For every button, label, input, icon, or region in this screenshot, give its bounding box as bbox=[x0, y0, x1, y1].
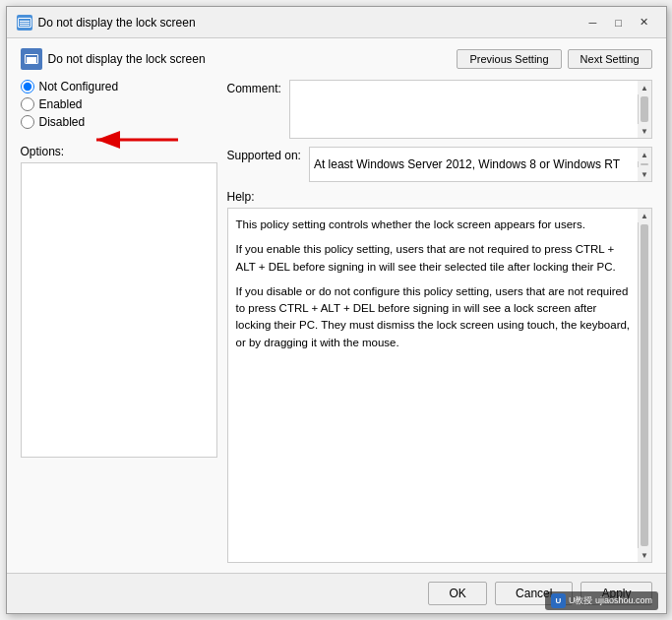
policy-icon-inner bbox=[25, 54, 38, 64]
help-scroll-down[interactable]: ▼ bbox=[638, 548, 651, 562]
supported-on-box: At least Windows Server 2012, Windows 8 … bbox=[309, 147, 652, 182]
content-area: Do not display the lock screen Previous … bbox=[7, 38, 666, 573]
comment-row: Comment: ▲ ▼ bbox=[227, 80, 652, 139]
help-box: This policy setting controls whether the… bbox=[227, 208, 652, 563]
title-bar-left: Do not display the lock screen bbox=[17, 15, 196, 31]
policy-icon bbox=[21, 48, 42, 70]
disabled-radio[interactable] bbox=[21, 115, 34, 129]
help-text-content: This policy setting controls whether the… bbox=[228, 209, 651, 367]
disabled-option[interactable]: Disabled bbox=[21, 115, 217, 129]
policy-title-label: Do not display the lock screen bbox=[48, 52, 206, 66]
window-icon bbox=[17, 15, 32, 31]
footer: OK Cancel Apply bbox=[7, 573, 666, 613]
apply-button[interactable]: Apply bbox=[580, 582, 651, 605]
help-thumb bbox=[641, 224, 648, 546]
options-box bbox=[21, 162, 217, 458]
supported-scroll-down[interactable]: ▼ bbox=[638, 167, 651, 181]
help-section: Help: This policy setting controls wheth… bbox=[227, 190, 652, 563]
help-paragraph-2: If you enable this policy setting, users… bbox=[236, 241, 632, 276]
not-configured-label: Not Configured bbox=[39, 80, 119, 93]
help-scrollbar[interactable]: ▲ ▼ bbox=[638, 209, 651, 562]
comment-scrollbar[interactable]: ▲ ▼ bbox=[638, 81, 651, 138]
title-controls: ─ □ ✕ bbox=[581, 13, 656, 32]
left-panel: Not Configured Enabled bbox=[21, 80, 217, 563]
scroll-up-arrow[interactable]: ▲ bbox=[638, 81, 651, 94]
supported-on-row: Supported on: At least Windows Server 20… bbox=[227, 147, 652, 182]
nav-buttons: Previous Setting Next Setting bbox=[457, 49, 651, 69]
comment-box[interactable]: ▲ ▼ bbox=[289, 80, 652, 139]
cancel-button[interactable]: Cancel bbox=[495, 582, 573, 605]
ok-button[interactable]: OK bbox=[428, 582, 487, 605]
next-setting-button[interactable]: Next Setting bbox=[568, 49, 652, 69]
help-paragraph-1: This policy setting controls whether the… bbox=[236, 217, 632, 233]
options-section: Options: bbox=[21, 141, 217, 458]
help-scroll-up[interactable]: ▲ bbox=[638, 209, 651, 222]
maximize-button[interactable]: □ bbox=[607, 13, 631, 32]
main-area: Not Configured Enabled bbox=[21, 80, 652, 563]
header-row: Do not display the lock screen Previous … bbox=[21, 48, 652, 70]
supported-thumb bbox=[641, 163, 648, 165]
not-configured-radio[interactable] bbox=[21, 80, 34, 93]
minimize-button[interactable]: ─ bbox=[581, 13, 605, 32]
previous-setting-button[interactable]: Previous Setting bbox=[457, 49, 561, 69]
disabled-label: Disabled bbox=[39, 115, 86, 129]
comment-label: Comment: bbox=[227, 80, 281, 139]
main-window: Do not display the lock screen ─ □ ✕ Do … bbox=[6, 6, 667, 614]
right-panel: Comment: ▲ ▼ Supported on: At least Wind… bbox=[227, 80, 652, 563]
enabled-option[interactable]: Enabled bbox=[21, 97, 217, 111]
close-button[interactable]: ✕ bbox=[633, 13, 656, 32]
help-paragraph-3: If you disable or do not configure this … bbox=[236, 283, 632, 351]
scroll-thumb bbox=[641, 96, 648, 122]
title-bar: Do not display the lock screen ─ □ ✕ bbox=[7, 7, 666, 38]
options-label: Options: bbox=[21, 145, 217, 158]
supported-on-label: Supported on: bbox=[227, 147, 301, 162]
supported-on-text: At least Windows Server 2012, Windows 8 … bbox=[314, 157, 620, 171]
policy-title-row: Do not display the lock screen bbox=[21, 48, 206, 70]
supported-scrollbar[interactable]: ▲ ▼ bbox=[638, 148, 651, 181]
scroll-down-arrow[interactable]: ▼ bbox=[638, 124, 651, 138]
supported-scroll-up[interactable]: ▲ bbox=[638, 148, 651, 161]
not-configured-option[interactable]: Not Configured bbox=[21, 80, 217, 93]
radio-group: Not Configured Enabled bbox=[21, 80, 217, 129]
enabled-label: Enabled bbox=[39, 97, 83, 111]
window-title: Do not display the lock screen bbox=[38, 16, 196, 30]
enabled-radio[interactable] bbox=[21, 97, 34, 111]
help-label: Help: bbox=[227, 190, 652, 204]
